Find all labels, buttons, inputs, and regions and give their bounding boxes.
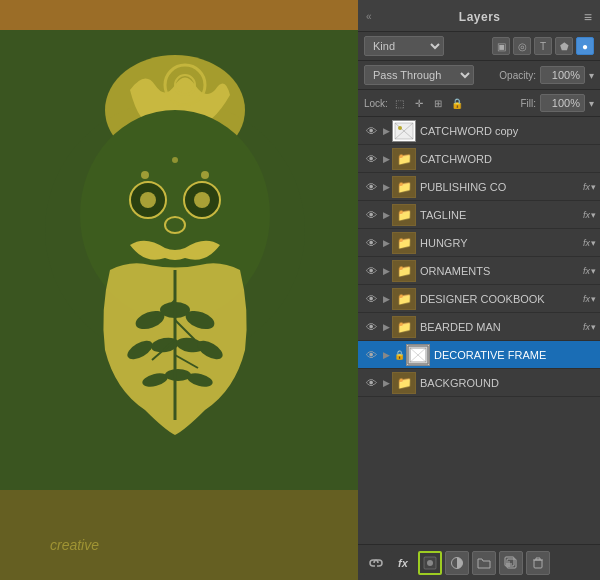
expand-arrow[interactable]: ▶ bbox=[380, 178, 392, 196]
fx-expand-arrow[interactable]: ▾ bbox=[591, 238, 596, 248]
visibility-icon[interactable]: 👁 bbox=[362, 234, 380, 252]
expand-arrow[interactable]: ▶ bbox=[380, 318, 392, 336]
layer-item[interactable]: 👁 ▶ 📁 PUBLISHING CO fx ▾ bbox=[358, 173, 600, 201]
svg-text:creative: creative bbox=[50, 537, 99, 553]
visibility-icon[interactable]: 👁 bbox=[362, 150, 380, 168]
expand-arrow[interactable]: ▶ bbox=[380, 262, 392, 280]
svg-point-13 bbox=[194, 192, 210, 208]
expand-arrow[interactable]: ▶ bbox=[380, 234, 392, 252]
kind-select[interactable]: Kind bbox=[364, 36, 444, 56]
svg-point-9 bbox=[172, 157, 178, 163]
expand-arrow[interactable]: ▶ bbox=[380, 150, 392, 168]
layer-name: HUNGRY bbox=[420, 237, 581, 249]
expand-arrow[interactable]: ▶ bbox=[380, 290, 392, 308]
pixel-filter-icon[interactable]: ▣ bbox=[492, 37, 510, 55]
fx-badge: fx bbox=[583, 238, 590, 248]
new-group-button[interactable] bbox=[472, 551, 496, 575]
layer-thumbnail bbox=[392, 120, 416, 142]
layer-item[interactable]: 👁 ▶ 📁 ORNAMENTS fx ▾ bbox=[358, 257, 600, 285]
panel-collapse-icon[interactable]: « bbox=[366, 11, 372, 22]
visibility-icon[interactable]: 👁 bbox=[362, 318, 380, 336]
bottom-toolbar: fx bbox=[358, 544, 600, 580]
layer-thumbnail bbox=[406, 344, 430, 366]
adjustment-filter-icon[interactable]: ◎ bbox=[513, 37, 531, 55]
layer-name: CATCHWORD copy bbox=[420, 125, 596, 137]
layer-name: PUBLISHING CO bbox=[420, 181, 581, 193]
layers-list: 👁 ▶ CATCHWORD copy 👁 ▶ 📁 CATCHWORD bbox=[358, 117, 600, 544]
add-mask-button[interactable] bbox=[418, 551, 442, 575]
fill-input[interactable]: 100% bbox=[540, 94, 585, 112]
kind-filter-row: Kind ▣ ◎ T ⬟ ● bbox=[358, 32, 600, 61]
add-layer-style-button[interactable]: fx bbox=[391, 551, 415, 575]
fx-badge: fx bbox=[583, 266, 590, 276]
lock-fill-row: Lock: ⬚ ✛ ⊞ 🔒 Fill: 100% ▾ bbox=[358, 90, 600, 117]
svg-point-8 bbox=[201, 171, 209, 179]
visibility-icon[interactable]: 👁 bbox=[362, 262, 380, 280]
visibility-icon[interactable]: 👁 bbox=[362, 290, 380, 308]
layer-name: DECORATIVE FRAME bbox=[434, 349, 596, 361]
layer-thumbnail: 📁 bbox=[392, 316, 416, 338]
svg-point-43 bbox=[427, 560, 433, 566]
layer-item[interactable]: 👁 ▶ 📁 TAGLINE fx ▾ bbox=[358, 201, 600, 229]
shape-filter-icon[interactable]: ⬟ bbox=[555, 37, 573, 55]
layer-item[interactable]: 👁 ▶ 📁 CATCHWORD bbox=[358, 145, 600, 173]
layer-item[interactable]: 👁 ▶ 📁 HUNGRY fx ▾ bbox=[358, 229, 600, 257]
svg-point-12 bbox=[140, 192, 156, 208]
layer-thumbnail: 📁 bbox=[392, 232, 416, 254]
fx-badge: fx bbox=[583, 210, 590, 220]
visibility-icon[interactable]: 👁 bbox=[362, 122, 380, 140]
type-filter-icon[interactable]: T bbox=[534, 37, 552, 55]
blend-mode-select[interactable]: Pass Through Normal Multiply Screen Over… bbox=[364, 65, 474, 85]
expand-arrow[interactable]: ▶ bbox=[380, 374, 392, 392]
delete-layer-button[interactable] bbox=[526, 551, 550, 575]
canvas-area: creative bbox=[0, 0, 358, 580]
fx-badge: fx bbox=[583, 182, 590, 192]
lock-icons: ⬚ ✛ ⊞ 🔒 bbox=[392, 95, 465, 111]
lock-all-icon[interactable]: 🔒 bbox=[449, 95, 465, 111]
layer-thumbnail: 📁 bbox=[392, 288, 416, 310]
opacity-chevron[interactable]: ▾ bbox=[589, 70, 594, 81]
fx-expand-arrow[interactable]: ▾ bbox=[591, 322, 596, 332]
layer-name: BACKGROUND bbox=[420, 377, 596, 389]
filter-toggle[interactable]: ● bbox=[576, 37, 594, 55]
visibility-icon[interactable]: 👁 bbox=[362, 206, 380, 224]
fx-expand-arrow[interactable]: ▾ bbox=[591, 266, 596, 276]
layer-name: CATCHWORD bbox=[420, 153, 596, 165]
lock-label: Lock: bbox=[364, 98, 388, 109]
opacity-label: Opacity: bbox=[499, 70, 536, 81]
layer-name: DESIGNER COOKBOOK bbox=[420, 293, 581, 305]
visibility-icon[interactable]: 👁 bbox=[362, 374, 380, 392]
layer-item-selected[interactable]: 👁 ▶ 🔒 DECORATIVE FRAME bbox=[358, 341, 600, 369]
svg-rect-1 bbox=[0, 0, 358, 30]
visibility-icon[interactable]: 👁 bbox=[362, 178, 380, 196]
link-layers-button[interactable] bbox=[364, 551, 388, 575]
svg-rect-30 bbox=[0, 490, 358, 580]
layer-thumbnail: 📁 bbox=[392, 204, 416, 226]
panel-menu-icon[interactable]: ≡ bbox=[584, 9, 592, 25]
fx-expand-arrow[interactable]: ▾ bbox=[591, 294, 596, 304]
fill-chevron[interactable]: ▾ bbox=[589, 98, 594, 109]
opacity-input[interactable]: 100% bbox=[540, 66, 585, 84]
layer-item[interactable]: 👁 ▶ 📁 DESIGNER COOKBOOK fx ▾ bbox=[358, 285, 600, 313]
layer-item[interactable]: 👁 ▶ CATCHWORD copy bbox=[358, 117, 600, 145]
lock-move-icon[interactable]: ✛ bbox=[411, 95, 427, 111]
layer-name: ORNAMENTS bbox=[420, 265, 581, 277]
layer-item[interactable]: 👁 ▶ 📁 BEARDED MAN fx ▾ bbox=[358, 313, 600, 341]
lock-transparent-icon[interactable]: ⬚ bbox=[392, 95, 408, 111]
expand-arrow[interactable]: ▶ bbox=[380, 122, 392, 140]
layer-thumbnail: 📁 bbox=[392, 176, 416, 198]
layers-panel: « Layers ≡ Kind ▣ ◎ T ⬟ ● Pass Through N… bbox=[358, 0, 600, 580]
expand-arrow[interactable]: ▶ bbox=[380, 346, 392, 364]
fx-expand-arrow[interactable]: ▾ bbox=[591, 210, 596, 220]
visibility-icon[interactable]: 👁 bbox=[362, 346, 380, 364]
layer-thumbnail: 📁 bbox=[392, 148, 416, 170]
layer-thumbnail: 📁 bbox=[392, 260, 416, 282]
add-adjustment-button[interactable] bbox=[445, 551, 469, 575]
fx-expand-arrow[interactable]: ▾ bbox=[591, 182, 596, 192]
expand-arrow[interactable]: ▶ bbox=[380, 206, 392, 224]
new-layer-button[interactable] bbox=[499, 551, 523, 575]
blend-mode-row: Pass Through Normal Multiply Screen Over… bbox=[358, 61, 600, 90]
fx-badge: fx bbox=[583, 294, 590, 304]
layer-item[interactable]: 👁 ▶ 📁 BACKGROUND bbox=[358, 369, 600, 397]
lock-artboard-icon[interactable]: ⊞ bbox=[430, 95, 446, 111]
